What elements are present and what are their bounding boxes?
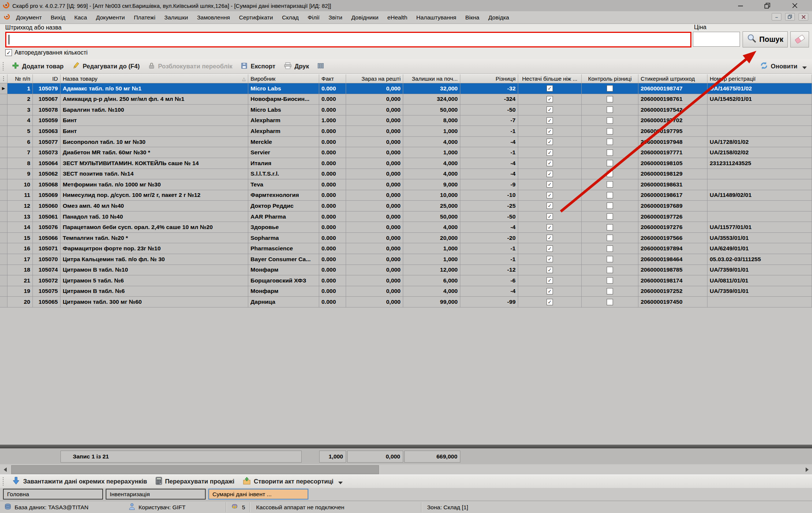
menu-item[interactable]: Вікна [461, 14, 484, 21]
checked-checkbox-icon[interactable]: ✓ [547, 85, 553, 92]
unchecked-checkbox-icon[interactable] [607, 256, 613, 262]
shortage-checkbox[interactable]: ✓ [518, 158, 582, 169]
control-checkbox[interactable] [582, 105, 638, 115]
checked-checkbox-icon[interactable]: ✓ [547, 203, 553, 209]
minimize-button[interactable] [736, 1, 744, 10]
unchecked-checkbox-icon[interactable] [607, 213, 613, 220]
table-row[interactable]: 5105063БинтAlexpharm0.0000,0001,000-1✓20… [0, 126, 812, 137]
table-row[interactable]: 12105060Омез амп. 40 мл №40Доктор Реддис… [0, 201, 812, 211]
menu-item[interactable]: Сертифікати [234, 14, 277, 21]
shortage-checkbox[interactable]: ✓ [518, 190, 582, 201]
shortage-checkbox[interactable]: ✓ [518, 115, 582, 126]
table-row[interactable]: 6105077Бисопролол табл. 10 мг №30Merckle… [0, 137, 812, 148]
unchecked-checkbox-icon[interactable] [607, 171, 613, 177]
shortage-checkbox[interactable]: ✓ [518, 83, 582, 94]
control-checkbox[interactable] [582, 190, 638, 201]
unchecked-checkbox-icon[interactable] [607, 181, 613, 188]
splitter-bar[interactable] [0, 445, 812, 448]
unchecked-checkbox-icon[interactable] [607, 160, 613, 166]
control-checkbox[interactable] [582, 243, 638, 254]
control-checkbox[interactable] [582, 147, 638, 158]
unchecked-checkbox-icon[interactable] [607, 277, 613, 284]
checked-checkbox-icon[interactable]: ✓ [547, 213, 553, 220]
control-checkbox[interactable] [582, 169, 638, 180]
shortage-checkbox[interactable]: ✓ [518, 94, 582, 105]
unchecked-checkbox-icon[interactable] [607, 117, 613, 124]
table-header[interactable]: № п/пIDНазва товару△ВиробникФактЗараз на… [0, 74, 812, 83]
menu-item[interactable]: Філії [303, 14, 324, 21]
close-button[interactable] [791, 1, 799, 10]
column-header[interactable]: Різниця [460, 74, 518, 83]
table-row[interactable]: 4105059БинтAlexpharm1.0000,0008,000-7✓20… [0, 115, 812, 126]
column-header[interactable]: Виробник [248, 74, 319, 83]
menu-item[interactable]: Документ [12, 14, 46, 21]
mdi-restore-icon[interactable] [785, 13, 795, 21]
shortage-checkbox[interactable]: ✓ [518, 243, 582, 254]
column-header[interactable]: Номер регістрації [707, 74, 812, 83]
menu-item[interactable]: Звіти [324, 14, 347, 21]
редагувати-до-f4--button[interactable]: Редагувати до (F4) [68, 60, 144, 73]
table-row[interactable]: 21105072Цитрамон 5 табл. №6Борщаговский … [0, 275, 812, 286]
розблокувати-переоблік-button[interactable]: Розблокувати переоблік [144, 60, 236, 73]
toolbar-drag-handle[interactable] [2, 62, 4, 71]
unchecked-checkbox-icon[interactable] [607, 299, 613, 305]
завантажити-дані-окремих-перерахунків-button[interactable]: Завантажити дані окремих перерахунків [7, 475, 151, 488]
unchecked-checkbox-icon[interactable] [607, 85, 613, 92]
unchecked-checkbox-icon[interactable] [607, 235, 613, 241]
shortage-checkbox[interactable]: ✓ [518, 297, 582, 308]
shortage-checkbox[interactable]: ✓ [518, 254, 582, 265]
checked-checkbox-icon[interactable]: ✓ [547, 96, 553, 102]
checked-checkbox-icon[interactable]: ✓ [547, 288, 553, 294]
search-button[interactable]: Пошук [743, 31, 788, 47]
створити-акт-пересортиці-button[interactable]: Створити акт пересортиці [239, 475, 337, 488]
menu-item[interactable]: Вихід [46, 14, 70, 21]
shortage-checkbox[interactable]: ✓ [518, 201, 582, 211]
table-row[interactable]: 14105076Парацетамол беби сусп. орал. 2,4… [0, 222, 812, 233]
menu-item[interactable]: Довідники [347, 14, 383, 21]
scrollbar-thumb[interactable] [11, 465, 379, 474]
control-checkbox[interactable] [582, 158, 638, 169]
tab-2[interactable]: Сумарні дані інвент ... [208, 489, 308, 500]
tab-1[interactable]: Інвентаризація [106, 489, 206, 500]
table-row[interactable]: 16105071Фармацитрон форте пор. 23г №10Ph… [0, 243, 812, 254]
column-header[interactable]: № п/п [7, 74, 33, 83]
control-checkbox[interactable] [582, 275, 638, 286]
control-checkbox[interactable] [582, 115, 638, 126]
bottom-toolbar-drag-handle[interactable] [2, 477, 4, 486]
checked-checkbox-icon[interactable]: ✓ [547, 139, 553, 145]
menu-item[interactable]: Документи [91, 14, 129, 21]
price-input[interactable] [693, 32, 740, 47]
додати-товар-button[interactable]: Додати товар [7, 60, 68, 73]
column-header[interactable]: ID [33, 74, 60, 83]
table-row[interactable]: 9105062ЗЕСТ позитив табл. №14S.l.l.T.S.r… [0, 169, 812, 180]
table-row[interactable]: 15105066Темпалгин табл. №20 *Sopharma0.0… [0, 233, 812, 244]
restore-button[interactable] [763, 1, 771, 10]
table-row[interactable]: 18105074Цитрамон В табл. №10Монфарм0.000… [0, 265, 812, 276]
menu-item[interactable]: Склад [277, 14, 303, 21]
unchecked-checkbox-icon[interactable] [607, 149, 613, 156]
bottom-dropdown-icon[interactable] [338, 482, 343, 484]
control-checkbox[interactable] [582, 233, 638, 244]
control-checkbox[interactable] [582, 286, 638, 297]
control-checkbox[interactable] [582, 137, 638, 148]
unchecked-checkbox-icon[interactable] [607, 224, 613, 231]
unchecked-checkbox-icon[interactable] [607, 128, 613, 135]
checked-checkbox-icon[interactable]: ✓ [547, 299, 553, 305]
refresh-button[interactable]: Оновити [756, 60, 802, 73]
shortage-checkbox[interactable]: ✓ [518, 126, 582, 137]
horizontal-scrollbar[interactable] [0, 465, 812, 475]
menu-item[interactable]: Замовлення [193, 14, 234, 21]
table-row[interactable]: 3105078Баралгин табл. №100Micro Labs0.00… [0, 105, 812, 115]
unchecked-checkbox-icon[interactable] [607, 192, 613, 198]
unchecked-checkbox-icon[interactable] [607, 245, 613, 252]
shortage-checkbox[interactable]: ✓ [518, 211, 582, 222]
checked-checkbox-icon[interactable]: ✓ [547, 181, 553, 188]
unchecked-checkbox-icon[interactable] [607, 267, 613, 273]
control-checkbox[interactable] [582, 126, 638, 137]
unchecked-checkbox-icon[interactable] [607, 288, 613, 294]
checked-checkbox-icon[interactable]: ✓ [547, 171, 553, 177]
checked-checkbox-icon[interactable]: ✓ [547, 117, 553, 124]
table-row[interactable]: ▶1105079Адамакс табл. п/о 50 мг №1Micro … [0, 83, 812, 94]
column-header[interactable]: Нестачі більше ніж ... [518, 74, 582, 83]
checked-checkbox-icon[interactable]: ✓ [547, 160, 553, 166]
